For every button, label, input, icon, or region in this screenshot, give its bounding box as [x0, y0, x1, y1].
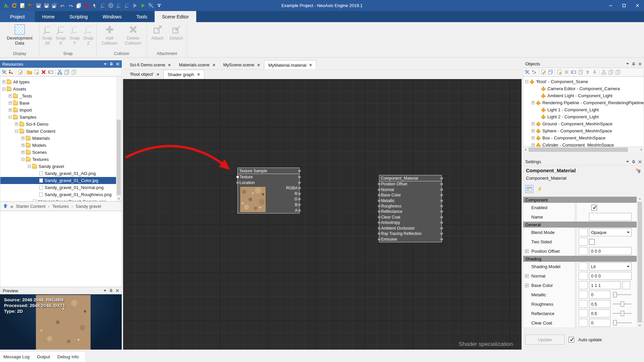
texture-input-port[interactable]: [236, 175, 239, 178]
panel-menu-icon[interactable]: [104, 290, 106, 292]
slider-thumb[interactable]: [621, 301, 624, 307]
expander-icon[interactable]: +: [532, 136, 535, 139]
two-sided-checkbox[interactable]: [589, 239, 595, 245]
options-icon[interactable]: [2, 69, 7, 75]
location-input-port[interactable]: [236, 181, 239, 184]
anisotropy-port[interactable]: [378, 221, 381, 224]
options-icon[interactable]: [525, 69, 530, 75]
roughness-input[interactable]: 0.5: [589, 300, 610, 308]
node-input-row[interactable]: Location: [238, 180, 299, 185]
node-port[interactable]: [440, 177, 443, 180]
settings-scrollbar[interactable]: [637, 196, 643, 328]
animation-flag-box[interactable]: [579, 291, 588, 299]
scrollbar-thumb[interactable]: [117, 120, 121, 195]
close-button[interactable]: [631, 0, 644, 11]
animation-flag-box[interactable]: [579, 319, 588, 327]
node-port[interactable]: [440, 205, 443, 208]
node-port[interactable]: [440, 221, 443, 224]
expander-icon[interactable]: +: [532, 129, 535, 132]
node-input-row[interactable]: Base Color: [379, 192, 441, 198]
expander-icon[interactable]: +: [9, 109, 12, 112]
node-input-row[interactable]: Clear Coat: [379, 215, 441, 220]
resources-files-pane[interactable]: [0, 211, 122, 287]
new-object-icon[interactable]: [532, 69, 537, 75]
panel-menu-icon[interactable]: [104, 63, 107, 65]
node-port[interactable]: [440, 232, 443, 235]
animation-flag-box[interactable]: [579, 262, 588, 270]
tab-scripting[interactable]: Scripting: [62, 11, 95, 22]
close-icon[interactable]: [638, 62, 642, 66]
metallic-port[interactable]: [378, 199, 381, 202]
node-output-row[interactable]: RGBA: [279, 185, 299, 191]
close-tab-icon[interactable]: [157, 73, 159, 76]
panel-menu-icon[interactable]: [626, 63, 629, 65]
roughness-slider[interactable]: [613, 301, 632, 307]
quick-access-menu-icon[interactable]: [156, 3, 162, 8]
slider-thumb[interactable]: [613, 320, 617, 325]
blend-mode-dropdown[interactable]: Opaque: [589, 228, 632, 236]
rename-icon[interactable]: [571, 69, 576, 75]
tree-row[interactable]: Sandy_gravel_01_AO.png: [0, 170, 121, 177]
doc-tab-myscene[interactable]: MyScene.scene: [219, 60, 264, 69]
g-output-port[interactable]: [298, 198, 301, 201]
copy-icon[interactable]: [64, 69, 69, 75]
new-resource-icon[interactable]: [19, 3, 25, 8]
duplicate-icon[interactable]: [76, 3, 82, 8]
tree-row[interactable]: +Ground - Component_MeshInSpace: [523, 120, 644, 127]
pin-icon[interactable]: [110, 62, 113, 66]
tab-home[interactable]: Home: [35, 11, 62, 22]
animation-flag-box[interactable]: [579, 247, 588, 255]
node-port[interactable]: [440, 188, 443, 191]
objects-horizontal-scrollbar[interactable]: [523, 147, 644, 153]
tab-output[interactable]: Output: [37, 354, 50, 359]
scrollbar-thumb[interactable]: [529, 147, 628, 152]
close-tab-icon[interactable]: [257, 64, 260, 66]
tree-row[interactable]: +Base: [0, 100, 121, 107]
tree-row[interactable]: −Assets: [0, 85, 121, 93]
emissive-port[interactable]: [378, 238, 381, 241]
scroll-left-icon[interactable]: [524, 148, 527, 151]
left-splitter[interactable]: [122, 58, 123, 362]
rename-icon[interactable]: [48, 69, 53, 75]
node-input-row[interactable]: Normal: [379, 187, 441, 192]
select-icon[interactable]: [92, 3, 98, 8]
tree-row[interactable]: +_Tests: [0, 93, 121, 100]
a-output-port[interactable]: [298, 209, 301, 212]
expander-icon[interactable]: +: [15, 123, 18, 126]
scroll-up-icon[interactable]: [637, 196, 643, 201]
tree-row[interactable]: +Cylinder - Component_MeshInSpace: [523, 141, 644, 147]
expander-icon[interactable]: −: [9, 116, 12, 119]
node-title-bar[interactable]: Component_Material: [379, 175, 441, 181]
tree-row[interactable]: −Sandy gravel: [0, 163, 121, 170]
shader-graph-canvas[interactable]: Texture Sample Texture Location RGBA R G…: [123, 79, 522, 350]
metallic-slider[interactable]: [613, 292, 632, 298]
pin-icon[interactable]: [632, 160, 635, 164]
node-input-row[interactable]: Reflectance: [379, 209, 441, 214]
expander-icon[interactable]: +: [9, 95, 12, 98]
node-output-row[interactable]: A: [279, 207, 299, 213]
normal-port[interactable]: [378, 188, 381, 191]
slider-thumb[interactable]: [621, 311, 624, 316]
reflectance-input[interactable]: 0.5: [589, 309, 610, 317]
settings-panel-header[interactable]: Settings: [523, 158, 644, 166]
expander-icon[interactable]: +: [21, 151, 24, 154]
tree-row[interactable]: +Import: [0, 107, 121, 114]
save-all-icon[interactable]: [52, 3, 57, 8]
animation-flag-box[interactable]: [579, 281, 588, 289]
reflectance-port[interactable]: [378, 210, 381, 213]
expander-icon[interactable]: −: [525, 80, 528, 83]
node-input-row[interactable]: Emissive: [379, 237, 441, 242]
node-title-bar[interactable]: Texture Sample: [238, 168, 299, 174]
import-content-icon[interactable]: [28, 3, 33, 8]
tree-row[interactable]: −'Root' - Component_Scene: [523, 78, 644, 85]
animation-flag-box[interactable]: [579, 238, 588, 246]
right-splitter[interactable]: [522, 58, 523, 362]
up-arrow-icon[interactable]: [3, 203, 8, 209]
save-as-icon[interactable]: [44, 3, 49, 8]
breadcrumb-item[interactable]: Sandy gravel: [75, 204, 101, 209]
node-port[interactable]: [298, 169, 301, 172]
preview-viewport[interactable]: Source: 2048 2048, R8G8B8 Processed: 204…: [0, 294, 122, 350]
new-file-icon[interactable]: [557, 69, 562, 75]
minimize-button[interactable]: [604, 0, 617, 11]
scroll-down-icon[interactable]: [116, 196, 121, 201]
